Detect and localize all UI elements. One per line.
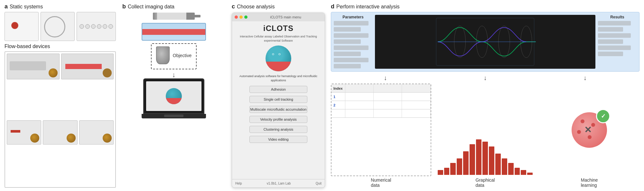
- table-row2-col4: [402, 101, 430, 109]
- histogram-bar-1: [444, 168, 450, 175]
- flow-label-row: Flow-based devices: [5, 44, 116, 49]
- table-row3-index: [331, 109, 345, 117]
- flow-chip2: [61, 54, 114, 79]
- ml-dot-2: [577, 130, 581, 134]
- coin3: [30, 134, 39, 143]
- numerical-data-panel: Index 1 2: [331, 84, 431, 188]
- microfluidic-chip-diagram: [142, 23, 206, 41]
- table-index-header: Index: [331, 84, 345, 92]
- channel-network-image: [375, 15, 595, 69]
- ml-visualization: ✕ ✓: [539, 84, 639, 176]
- table-row2-col2: [345, 101, 374, 109]
- ml-correct-circle: ✓: [596, 109, 610, 123]
- laptop: [142, 78, 206, 118]
- graphical-label: Graphicaldata: [476, 177, 495, 188]
- coin5: [103, 134, 112, 143]
- results-panel: Results: [598, 15, 637, 69]
- result-row-5: [598, 45, 631, 50]
- btn-adhesion[interactable]: Adhesion: [249, 86, 307, 93]
- petri-image: [41, 12, 75, 41]
- param-row-2: [334, 27, 361, 32]
- microscope-diagram: Objective ↓: [122, 13, 225, 188]
- flow-devices-grid: [5, 51, 116, 188]
- panel-c: c Choose analysis iCLOTS main menu iCLOT…: [229, 0, 328, 191]
- panel-c-letter: c: [232, 3, 235, 10]
- well: [108, 24, 113, 29]
- table-row1-col4: [402, 93, 430, 101]
- table-row3-col3: [374, 109, 402, 117]
- data-table: Index 1 2: [331, 84, 431, 176]
- param-row-4: [334, 39, 361, 44]
- static-systems-grid: [5, 12, 116, 41]
- well: [91, 24, 96, 29]
- panel-a: a Static systems Flow-based devices: [0, 0, 119, 191]
- btn-velocity[interactable]: Velocity profile analysis: [249, 116, 307, 123]
- histogram-bar-11: [508, 163, 514, 175]
- panel-b-title: Collect imaging data: [128, 4, 174, 10]
- arrow-col-2: ↓: [437, 74, 533, 82]
- panel-d: d Perform interactive analysis Parameter…: [328, 0, 644, 191]
- panel-a-letter: a: [5, 3, 8, 10]
- flow-chip1: [7, 54, 60, 79]
- arrow-numerical: ↓: [384, 74, 387, 82]
- ml-dot-1: [581, 119, 584, 123]
- histogram-bar-9: [495, 154, 501, 175]
- wells-image: [77, 12, 116, 41]
- histogram-bar-14: [527, 173, 533, 175]
- ml-label: Machinelearning: [581, 177, 598, 188]
- param-row-8: [334, 64, 361, 68]
- footer-quit[interactable]: Quit: [316, 182, 322, 185]
- histogram-bar-8: [489, 146, 494, 175]
- well: [85, 24, 90, 29]
- app-body: iCLOTS interactive Cellular assay Labele…: [232, 21, 325, 179]
- ml-panel: ✕ ✓ Machinelearning: [539, 84, 639, 188]
- app-subtitle: interactive Cellular assay Labeled Obser…: [237, 35, 320, 43]
- table-col2-header: [345, 84, 374, 92]
- btn-clustering[interactable]: Clustering analysis: [249, 126, 307, 133]
- parameters-label: Parameters: [334, 15, 372, 19]
- app-description: Automated analysis software for hematolo…: [237, 74, 320, 82]
- table-row-3: [331, 109, 431, 118]
- ml-x-mark: ✕: [584, 125, 592, 135]
- arrow-graphical: ↓: [483, 74, 487, 82]
- numerical-label: Numericaldata: [371, 177, 391, 188]
- titlebar-minimize-dot[interactable]: [239, 15, 243, 19]
- graphical-data-panel: Graphicaldata: [435, 84, 536, 188]
- titlebar-close-dot[interactable]: [235, 15, 238, 19]
- histogram-bar-3: [457, 158, 462, 175]
- laptop-touchpad: [164, 115, 183, 117]
- histogram-bar-7: [482, 142, 488, 175]
- histogram-bar-5: [470, 144, 475, 175]
- mini-app-icon: [166, 88, 182, 104]
- app-footer: Help v1.0b1, Lam Lab Quit: [232, 179, 325, 187]
- histogram-bar-4: [463, 151, 469, 175]
- well: [103, 24, 107, 29]
- footer-help[interactable]: Help: [235, 182, 242, 185]
- flow-devices-title: Flow-based devices: [5, 44, 50, 49]
- histogram-bar-2: [450, 163, 456, 175]
- titlebar-expand-dot[interactable]: [244, 15, 247, 19]
- param-row-5: [334, 45, 369, 50]
- panel-d-letter: d: [331, 3, 334, 10]
- analysis-bottom-panels: Index 1 2: [331, 84, 639, 188]
- well: [97, 24, 101, 29]
- ml-check-icon: ✓: [601, 113, 606, 120]
- btn-single-cell-tracking[interactable]: Single cell tracking: [249, 96, 307, 103]
- btn-multiscale[interactable]: Multiscale microfluidic accumulation: [249, 106, 307, 113]
- histogram-bar-13: [521, 170, 526, 175]
- panel-c-title: Choose analysis: [237, 4, 275, 10]
- table-col3-header: [374, 84, 402, 92]
- table-row1-col2: [345, 93, 374, 101]
- btn-video-editing[interactable]: Video editing: [249, 136, 307, 143]
- result-row-1: [598, 21, 631, 25]
- ml-background-circle: ✕ ✓: [572, 112, 607, 148]
- panel-b-letter: b: [122, 3, 126, 10]
- slide-image: [5, 12, 39, 41]
- panel-d-label: d Perform interactive analysis: [331, 3, 639, 10]
- ml-dot-4: [591, 123, 595, 127]
- analysis-top-panel: Parameters: [331, 12, 639, 72]
- arrow-col-1: ↓: [337, 74, 433, 82]
- table-row3-col4: [402, 109, 430, 117]
- table-header-row: Index: [331, 84, 431, 93]
- app-icon-large: [266, 45, 291, 71]
